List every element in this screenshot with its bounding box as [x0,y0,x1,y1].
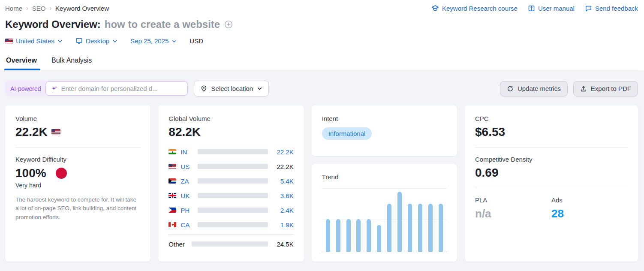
ads-block: Ads 28 [551,196,628,220]
country-code-link[interactable]: CA [181,221,193,229]
tab-overview[interactable]: Overview [5,54,38,70]
date-selector[interactable]: Sep 25, 2025 [130,37,177,45]
country-volume-row: CA 1.9K [169,217,293,232]
pla-label: PLA [475,196,551,204]
country-volume-value[interactable]: 5.4K [272,178,294,185]
trend-bar [439,204,443,252]
country-volume-row: ZA 5.4K [169,174,293,188]
trend-bar [367,219,371,252]
country-code-link[interactable]: IN [181,148,193,156]
trend-bar [346,219,351,252]
global-volume-value: 82.2K [169,125,201,139]
refresh-icon [507,85,514,92]
global-volume-label: Global Volume [169,115,293,122]
volume-bar-track [198,164,268,169]
user-manual-link[interactable]: User manual [528,5,575,12]
add-keyword-icon[interactable] [224,20,233,29]
header-links: Keyword Research course User manual Send… [431,4,638,12]
chat-bubble-icon [585,5,592,12]
trend-bar [387,204,391,252]
country-volume-value: 22.2K [272,163,294,170]
send-feedback-link[interactable]: Send feedback [585,5,638,12]
keyword-difficulty-label: Keyword Difficulty [15,156,140,163]
header-link-label: Send feedback [595,5,638,12]
country-volume-value[interactable]: 1.9K [272,221,294,229]
chevron-down-icon [57,39,63,44]
flag-ph-icon [169,208,176,213]
trend-bar [326,219,330,252]
ai-domain-group: AI-powered [5,81,189,96]
competitive-density-label: Competitive Density [475,156,628,163]
divider [475,147,628,148]
cpc-label: CPC [475,115,628,122]
tabs: Overview Bulk Analysis [5,54,638,70]
update-metrics-button[interactable]: Update metrics [500,81,568,96]
global-volume-card: Global Volume 82.2K IN 22.2K US 22.2K [158,105,304,262]
device-selector[interactable]: Desktop [75,37,117,45]
intent-trend-column: Intent Informational Trend [312,105,457,262]
breadcrumb-seo[interactable]: SEO [32,5,46,12]
sparkles-icon [51,85,58,92]
location-select-label: Select location [211,85,253,92]
trend-card: Trend [312,164,457,262]
location-select[interactable]: Select location [194,81,269,96]
country-code-link[interactable]: UK [181,192,193,199]
volume-bar-track [198,149,268,154]
country-code-link[interactable]: PH [181,207,193,214]
domain-text-input[interactable] [61,85,182,92]
trend-bar [408,204,412,252]
metric-cards: Volume 22.2K Keyword Difficulty 100% Ver… [5,105,638,262]
country-code-link[interactable]: US [181,163,193,170]
difficulty-level: Very hard [15,182,140,189]
date-label: Sep 25, 2025 [130,37,169,45]
difficulty-donut-icon [56,168,67,179]
export-to-pdf-button[interactable]: Export to PDF [573,81,638,96]
ads-label: Ads [551,196,628,204]
breadcrumb-current: Keyword Overview [55,5,109,12]
trend-bars [322,187,447,252]
keyword-difficulty-value: 100% [15,166,46,180]
volume-difficulty-card: Volume 22.2K Keyword Difficulty 100% Ver… [5,105,150,262]
volume-bar-track [198,208,268,213]
trend-bar [397,192,402,252]
filters-bar: United States Desktop Sep 25, 2025 USD [5,37,638,45]
difficulty-description: The hardest keyword to compete for. It w… [15,196,140,222]
country-volume-row: UK 3.6K [169,188,293,203]
volume-bar-track [192,241,268,247]
domain-input[interactable] [45,81,188,96]
other-label: Other [169,241,187,248]
graduation-cap-icon [431,4,439,12]
pla-block: PLA n/a [475,196,551,220]
cpc-value: $6.53 [475,125,505,139]
currency-label: USD [190,37,203,45]
flag-uk-icon [169,193,176,198]
ads-value[interactable]: 28 [551,207,628,220]
country-volume-value[interactable]: 2.4K [272,207,294,214]
keyword-overview-page: { "colors": { "link_blue": "#1d6fd6", "t… [0,0,644,271]
monitor-icon [75,37,83,45]
flag-us-icon [51,129,60,135]
flag-za-icon [169,178,176,184]
breadcrumb-home[interactable]: Home [5,5,22,12]
divider [169,234,293,235]
country-code-link[interactable]: ZA [181,178,193,185]
country-volume-row: PH 2.4K [169,203,293,217]
main-content: AI-powered Select location Update metric… [0,70,644,262]
country-volume-value[interactable]: 22.2K [272,148,294,156]
other-volume-row: Other 24.5K [169,237,293,251]
intent-label: Intent [322,115,447,122]
country-volume-value[interactable]: 3.6K [272,192,294,199]
trend-bar [356,219,361,252]
keyword-research-course-link[interactable]: Keyword Research course [431,4,518,12]
tab-bulk-analysis[interactable]: Bulk Analysis [51,54,93,70]
ai-powered-badge: AI-powered [10,85,45,92]
volume-label: Volume [15,115,140,122]
page-title: Keyword Overview: how to create a websit… [5,18,638,30]
country-selector[interactable]: United States [5,37,63,45]
country-label: United States [16,37,54,45]
location-pin-icon [200,85,208,92]
flag-ca-icon [169,222,176,227]
toolbar: AI-powered Select location Update metric… [5,81,638,96]
pla-value: n/a [475,207,551,220]
trend-bar [428,204,433,252]
